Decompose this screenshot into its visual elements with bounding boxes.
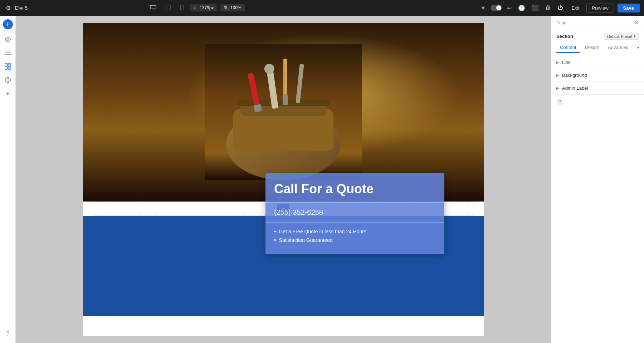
zoom-badge: 🔍 100% (220, 4, 245, 11)
tab-advanced[interactable]: Advanced (604, 43, 632, 53)
accordion-link: ▶ Link (551, 56, 644, 69)
svg-rect-13 (8, 64, 11, 66)
accordion-admin-header[interactable]: ▶ Admin Label (551, 82, 644, 94)
app-name: Divi 5 (15, 5, 28, 11)
accordion-admin-label: ▶ Admin Label (551, 82, 644, 95)
canvas-inner: REPAIRMAN Need a quick fix? We're here f… (83, 23, 484, 336)
link-arrow-icon: ▶ (556, 60, 559, 64)
quote-card-bullet-1: Get a Free Quote in less than 24 Hours (274, 228, 436, 235)
svg-rect-12 (5, 64, 8, 66)
layers-icon-btn[interactable] (2, 34, 14, 45)
svg-rect-0 (150, 5, 156, 9)
admin-arrow-icon: ▶ (556, 86, 559, 90)
preview-btn[interactable]: Preview (586, 4, 614, 13)
global-icon-btn[interactable] (2, 74, 14, 86)
more-icon: ▾ (637, 45, 639, 50)
quote-card-phone-row: (255) 352-6258 (265, 203, 444, 223)
accordion-background: ▶ Background (551, 69, 644, 82)
width-value: 1379px (200, 5, 214, 10)
admin-label: Admin Label (562, 85, 588, 91)
quote-card-phone: (255) 352-6258 (274, 208, 436, 217)
wireframe-icon-btn[interactable]: ✦ (2, 88, 14, 99)
quote-card: Call For a Quote (255) 352-6258 Get a Fr… (265, 173, 444, 254)
layout-btn[interactable]: ⬛ (530, 3, 540, 13)
tab-content[interactable]: Content (556, 43, 580, 53)
main-layout: + ✦ ? REPAIRMAN Need a quick fix? We're … (0, 16, 644, 343)
accordion-background-header[interactable]: ▶ Background (551, 69, 644, 81)
theme-toggle[interactable] (491, 5, 502, 11)
quote-card-bullet-2: Satisfaction Guaranteed (274, 237, 436, 243)
tab-design[interactable]: Design (581, 43, 603, 53)
topbar-left: ⚙ Divi 5 (4, 3, 28, 13)
svg-point-6 (181, 9, 182, 9)
topbar: ⚙ Divi 5 ↔ 1379px 🔍 100% ☀ ↩ 🕐 ⬛ 🗑 ⏻ Exi… (0, 0, 644, 16)
section-row: Section Default Preset ▾ (551, 30, 644, 41)
left-sidebar: + ✦ ? (0, 16, 16, 343)
topbar-center: ↔ 1379px 🔍 100% (147, 3, 245, 13)
gear-icon-btn[interactable]: ⚙ (4, 3, 12, 13)
preset-chevron: ▾ (634, 34, 636, 39)
help-btn[interactable]: ? (556, 98, 564, 105)
add-element-btn[interactable]: + (3, 19, 13, 29)
modules-icon-btn[interactable] (2, 61, 14, 72)
page-label: Page (556, 20, 566, 25)
svg-point-4 (168, 9, 169, 10)
trash-btn[interactable]: 🗑 (544, 3, 552, 13)
svg-point-7 (5, 37, 10, 42)
device-tablet-btn[interactable] (162, 3, 174, 13)
canvas-area[interactable]: REPAIRMAN Need a quick fix? We're here f… (16, 16, 551, 343)
undo-btn[interactable]: ↩ (506, 3, 513, 13)
power-btn[interactable]: ⏻ (556, 3, 565, 13)
preset-label: Default Preset (607, 34, 632, 39)
quote-card-title-row: Call For a Quote (265, 173, 444, 203)
sun-icon-btn[interactable]: ☀ (479, 3, 487, 13)
right-panel: Page ✕ Section Default Preset ▾ Content … (551, 16, 644, 343)
structure-icon-btn[interactable] (2, 47, 14, 59)
accordion-link-header[interactable]: ▶ Link (551, 56, 644, 69)
section-label: Section (556, 34, 573, 39)
link-label: Link (562, 60, 571, 65)
right-panel-tabs: Content Design Advanced ▾ (551, 41, 644, 53)
right-panel-body: ▶ Link ▶ Background ▶ Admin Label ? (551, 53, 644, 112)
svg-rect-15 (8, 67, 11, 69)
width-badge: ↔ 1379px (190, 4, 217, 11)
blue-section: Call For a Quote (255) 352-6258 Get a Fr… (83, 216, 484, 316)
history-btn[interactable]: 🕐 (517, 3, 527, 13)
tab-more-btn[interactable]: ▾ (637, 45, 639, 50)
quote-card-bullets-row: Get a Free Quote in less than 24 Hours S… (265, 223, 444, 254)
svg-rect-14 (5, 67, 8, 69)
device-desktop-btn[interactable] (147, 3, 160, 13)
preset-dropdown[interactable]: Default Preset ▾ (604, 33, 639, 40)
svg-point-8 (7, 38, 9, 40)
close-panel-btn[interactable]: ✕ (634, 19, 639, 26)
device-mobile-btn[interactable] (177, 3, 187, 13)
right-panel-header: Page ✕ (551, 16, 644, 30)
quote-card-title: Call For a Quote (274, 182, 436, 197)
topbar-right: ☀ ↩ 🕐 ⬛ 🗑 ⏻ Exit Preview Save (479, 3, 640, 13)
help-icon-btn[interactable]: ? (2, 328, 14, 339)
background-arrow-icon: ▶ (556, 73, 559, 77)
save-btn[interactable]: Save (618, 4, 640, 13)
exit-btn[interactable]: Exit (568, 4, 583, 12)
svg-rect-22 (303, 100, 330, 106)
background-label: Background (562, 73, 587, 78)
zoom-value: 100% (230, 5, 241, 10)
